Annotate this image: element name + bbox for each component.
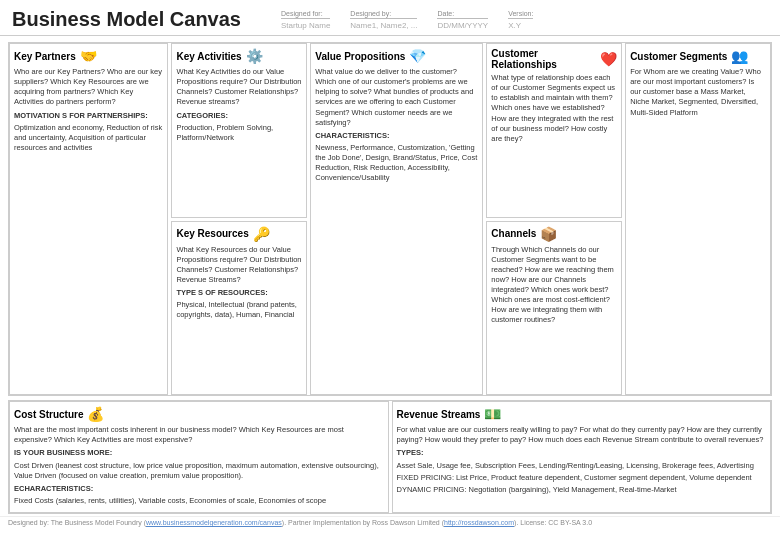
middle-column: Key Activities ⚙️ What Key Activities do… (171, 43, 307, 395)
value-propositions-icon: 💎 (409, 48, 426, 64)
page-footer: Designed by: The Business Model Foundry … (0, 516, 780, 528)
designed-for-value: Startup Name (281, 21, 330, 30)
key-partners-icon: 🤝 (80, 48, 97, 64)
customer-segments-title: Customer Segments 👥 (630, 48, 766, 64)
revenue-streams-title: Revenue Streams 💵 (397, 406, 767, 422)
canvas-bottom-row: Cost Structure 💰 What are the most impor… (8, 400, 772, 514)
header-fields: Designed for: Startup Name Designed by: … (281, 10, 768, 30)
customer-segments-section: Customer Segments 👥 For Whom are we crea… (625, 43, 771, 395)
page-header: Business Model Canvas Designed for: Star… (0, 0, 780, 36)
footer-license: CC BY-SA 3.0 (548, 519, 592, 526)
customer-segments-body: For Whom are we creating Value? Who are … (630, 67, 766, 118)
right-column: Customer Relationships ❤️ What type of r… (486, 43, 622, 395)
key-resources-section: Key Resources 🔑 What Key Resources do ou… (171, 221, 307, 396)
date-value: DD/MM/YYYY (437, 21, 488, 30)
version-label: Version: (508, 10, 533, 19)
date-field: Date: DD/MM/YYYY (437, 10, 488, 30)
canvas-area: Key Partners 🤝 Who are our Key Partners?… (0, 36, 780, 516)
channels-body: Through Which Channels do our Customer S… (491, 245, 617, 326)
designed-for-field: Designed for: Startup Name (281, 10, 330, 30)
designed-by-label: Designed by: (350, 10, 417, 19)
customer-segments-icon: 👥 (731, 48, 748, 64)
designed-by-field: Designed by: Name1, Name2, ... (350, 10, 417, 30)
cost-structure-label: Cost Structure (14, 409, 83, 420)
revenue-streams-label: Revenue Streams (397, 409, 481, 420)
key-partners-title: Key Partners 🤝 (14, 48, 163, 64)
page-title: Business Model Canvas (12, 8, 241, 31)
footer-text: Designed by: The Business Model Foundry … (8, 519, 592, 526)
channels-label: Channels (491, 228, 536, 239)
cost-structure-title: Cost Structure 💰 (14, 406, 384, 422)
channels-section: Channels 📦 Through Which Channels do our… (486, 221, 622, 396)
key-resources-label: Key Resources (176, 228, 248, 239)
customer-relationships-section: Customer Relationships ❤️ What type of r… (486, 43, 622, 218)
value-propositions-body: What value do we deliver to the customer… (315, 67, 478, 183)
value-propositions-title: Value Propositions 💎 (315, 48, 478, 64)
key-activities-icon: ⚙️ (246, 48, 263, 64)
key-activities-section: Key Activities ⚙️ What Key Activities do… (171, 43, 307, 218)
cost-structure-icon: 💰 (87, 406, 104, 422)
channels-icon: 📦 (540, 226, 557, 242)
cost-structure-body: What are the most important costs inhere… (14, 425, 384, 506)
revenue-streams-icon: 💵 (484, 406, 501, 422)
designed-for-label: Designed for: (281, 10, 330, 19)
date-label: Date: (437, 10, 488, 19)
customer-relationships-title: Customer Relationships ❤️ (491, 48, 617, 70)
customer-relationships-body: What type of relationship does each of o… (491, 73, 617, 144)
customer-relationships-icon: ❤️ (600, 51, 617, 67)
key-resources-icon: 🔑 (253, 226, 270, 242)
value-propositions-label: Value Propositions (315, 51, 405, 62)
version-value: X.Y (508, 21, 533, 30)
key-resources-title: Key Resources 🔑 (176, 226, 302, 242)
designed-by-value: Name1, Name2, ... (350, 21, 417, 30)
version-field: Version: X.Y (508, 10, 533, 30)
footer-link-1[interactable]: www.businessmodelgeneration.com/canvas (146, 519, 282, 526)
key-activities-title: Key Activities ⚙️ (176, 48, 302, 64)
key-activities-label: Key Activities (176, 51, 241, 62)
customer-relationships-label: Customer Relationships (491, 48, 596, 70)
value-propositions-section: Value Propositions 💎 What value do we de… (310, 43, 483, 395)
key-partners-label: Key Partners (14, 51, 76, 62)
key-partners-body: Who are our Key Partners? Who are our ke… (14, 67, 163, 153)
key-resources-body: What Key Resources do our Value Proposit… (176, 245, 302, 321)
canvas-top-row: Key Partners 🤝 Who are our Key Partners?… (8, 42, 772, 396)
key-activities-body: What Key Activities do our Value Proposi… (176, 67, 302, 143)
cost-structure-section: Cost Structure 💰 What are the most impor… (9, 401, 389, 513)
key-partners-section: Key Partners 🤝 Who are our Key Partners?… (9, 43, 168, 395)
customer-segments-label: Customer Segments (630, 51, 727, 62)
channels-title: Channels 📦 (491, 226, 617, 242)
footer-link-2[interactable]: http://rossdawson.com (444, 519, 514, 526)
revenue-streams-body: For what value are our customers really … (397, 425, 767, 495)
revenue-streams-section: Revenue Streams 💵 For what value are our… (392, 401, 772, 513)
